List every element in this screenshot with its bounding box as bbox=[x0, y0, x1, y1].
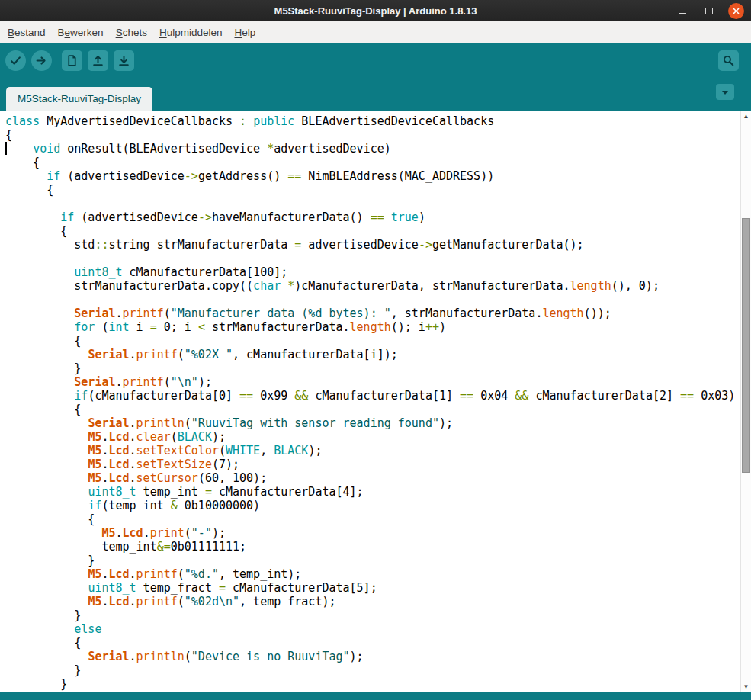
arrow-right-icon bbox=[35, 54, 48, 67]
new-sketch-button[interactable] bbox=[62, 50, 82, 71]
code-line: uint8_t temp_int = cManufacturerData[4]; bbox=[5, 485, 740, 499]
code-line bbox=[5, 197, 740, 210]
code-line: { bbox=[5, 183, 740, 197]
code-editor[interactable]: class MyAdvertisedDeviceCallbacks : publ… bbox=[0, 111, 751, 692]
code-line: M5.Lcd.print("-"); bbox=[5, 526, 740, 540]
close-icon bbox=[732, 7, 740, 15]
tab-menu-button[interactable] bbox=[716, 84, 734, 100]
arduino-ide-window: M5Stack-RuuviTag-Display | Arduino 1.8.1… bbox=[0, 0, 751, 700]
code-line: if (advertisedDevice->haveManufacturerDa… bbox=[5, 210, 740, 224]
menu-edit[interactable]: Bewerken bbox=[52, 21, 110, 43]
save-sketch-button[interactable] bbox=[114, 50, 134, 71]
code-line: { bbox=[5, 224, 740, 238]
titlebar[interactable]: M5Stack-RuuviTag-Display | Arduino 1.8.1… bbox=[0, 0, 751, 21]
code-line: } bbox=[5, 554, 740, 567]
code-line: { bbox=[5, 128, 740, 142]
code-line: M5.Lcd.setTextColor(WHITE, BLACK); bbox=[5, 444, 740, 458]
code-line: { bbox=[5, 156, 740, 169]
serial-monitor-button[interactable] bbox=[718, 50, 739, 71]
menu-tools[interactable]: Hulpmiddelen bbox=[153, 21, 229, 43]
status-strip bbox=[0, 692, 751, 700]
code-line: { bbox=[5, 334, 740, 348]
code-line: class MyAdvertisedDeviceCallbacks : publ… bbox=[5, 114, 740, 128]
code-line: Serial.printf("\n"); bbox=[5, 375, 740, 389]
code-line: if (advertisedDevice->getAddress() == Ni… bbox=[5, 169, 740, 183]
code-line: strManufacturerData.copy((char *)cManufa… bbox=[5, 279, 740, 293]
menu-file[interactable]: Bestand bbox=[2, 21, 52, 43]
sketch-tab-label: M5Stack-RuuviTag-Display bbox=[18, 93, 141, 104]
code-line: Serial.println("Device is no RuuviTag"); bbox=[5, 650, 740, 663]
code-line: if(temp_int & 0b10000000) bbox=[5, 499, 740, 512]
magnifier-icon bbox=[722, 54, 735, 67]
code-line: if(cManufacturerData[0] == 0x99 && cManu… bbox=[5, 389, 740, 403]
code-line bbox=[5, 252, 740, 265]
code-line: uint8_t cManufacturerData[100]; bbox=[5, 265, 740, 279]
triangle-down-icon bbox=[720, 88, 730, 97]
code-line: M5.Lcd.printf("%d.", temp_int); bbox=[5, 567, 740, 581]
code-line: std::string strManufacturerData = advert… bbox=[5, 238, 740, 252]
code-line: else bbox=[5, 622, 740, 636]
maximize-icon bbox=[705, 8, 713, 14]
scrollbar-thumb[interactable] bbox=[742, 218, 750, 473]
code-line: void onResult(BLEAdvertisedDevice *adver… bbox=[5, 142, 740, 156]
scroll-down-button[interactable]: ▼ bbox=[741, 682, 751, 692]
code-line: Serial.printf("%02X ", cManufacturerData… bbox=[5, 348, 740, 361]
maximize-button[interactable] bbox=[701, 3, 717, 18]
minimize-icon bbox=[679, 13, 686, 14]
code-line: M5.Lcd.clear(BLACK); bbox=[5, 430, 740, 444]
code-line: } bbox=[5, 663, 740, 677]
code-line: } bbox=[5, 361, 740, 375]
scroll-up-button[interactable]: ▲ bbox=[741, 111, 751, 121]
window-controls bbox=[675, 0, 744, 21]
check-icon bbox=[9, 54, 22, 67]
code-line: } bbox=[5, 677, 740, 691]
minimize-button[interactable] bbox=[675, 3, 690, 18]
code-line: M5.Lcd.setTextSize(7); bbox=[5, 458, 740, 471]
code-area: class MyAdvertisedDeviceCallbacks : publ… bbox=[5, 114, 740, 691]
menu-sketch[interactable]: Schets bbox=[110, 21, 153, 43]
code-line: Serial.printf("Manufacturer data (%d byt… bbox=[5, 307, 740, 320]
code-line: for (int i = 0; i < strManufacturerData.… bbox=[5, 320, 740, 334]
open-sketch-button[interactable] bbox=[88, 50, 108, 71]
code-line bbox=[5, 293, 740, 307]
window-title: M5Stack-RuuviTag-Display | Arduino 1.8.1… bbox=[0, 5, 751, 17]
text-caret bbox=[5, 142, 7, 155]
code-line: { bbox=[5, 403, 740, 416]
verify-button[interactable] bbox=[5, 50, 26, 71]
menu-help[interactable]: Help bbox=[228, 21, 262, 43]
upload-button[interactable] bbox=[31, 50, 52, 71]
document-icon bbox=[66, 54, 79, 67]
arrow-up-tray-icon bbox=[91, 54, 104, 67]
code-line: { bbox=[5, 636, 740, 650]
close-button[interactable] bbox=[728, 3, 744, 19]
vertical-scrollbar[interactable]: ▲ ▼ bbox=[740, 111, 751, 692]
code-line: temp_int&=0b01111111; bbox=[5, 540, 740, 554]
code-line: } bbox=[5, 608, 740, 622]
menubar: Bestand Bewerken Schets Hulpmiddelen Hel… bbox=[0, 21, 751, 43]
arrow-down-tray-icon bbox=[117, 54, 130, 67]
sketch-tab[interactable]: M5Stack-RuuviTag-Display bbox=[6, 87, 152, 111]
toolbar bbox=[0, 43, 751, 77]
code-line: Serial.println("RuuviTag with sensor rea… bbox=[5, 416, 740, 430]
code-line: uint8_t temp_fract = cManufacturerData[5… bbox=[5, 581, 740, 595]
tab-strip: M5Stack-RuuviTag-Display bbox=[0, 77, 751, 111]
code-line: { bbox=[5, 512, 740, 526]
code-line: M5.Lcd.setCursor(60, 100); bbox=[5, 471, 740, 485]
code-line: M5.Lcd.printf("%02d\n", temp_fract); bbox=[5, 595, 740, 608]
